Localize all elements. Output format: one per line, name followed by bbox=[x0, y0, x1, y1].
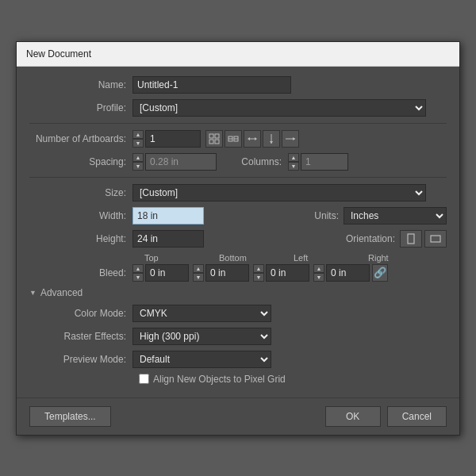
spacing-label: Spacing: bbox=[29, 156, 132, 167]
artboards-input[interactable] bbox=[145, 130, 201, 148]
bleed-top-up[interactable]: ▲ bbox=[132, 264, 144, 273]
svg-marker-14 bbox=[293, 137, 295, 140]
bleed-bottom-header: Bottom bbox=[219, 253, 290, 263]
bleed-headers-row: Top Bottom Left Right bbox=[29, 253, 447, 263]
bleed-right-up[interactable]: ▲ bbox=[313, 264, 324, 273]
spacing-down-btn[interactable]: ▼ bbox=[132, 162, 144, 171]
arrange-tool-btn[interactable] bbox=[244, 130, 261, 148]
profile-select[interactable]: [Custom] bbox=[132, 99, 426, 117]
bleed-left-up[interactable]: ▲ bbox=[253, 264, 264, 273]
bleed-left-header: Left bbox=[294, 253, 365, 263]
pixel-grid-checkbox[interactable] bbox=[139, 374, 149, 384]
size-select[interactable]: [Custom] bbox=[132, 184, 426, 202]
svg-marker-10 bbox=[248, 137, 250, 140]
bleed-bottom-up[interactable]: ▲ bbox=[193, 264, 204, 273]
svg-rect-2 bbox=[209, 140, 213, 144]
bleed-bottom-input[interactable] bbox=[205, 264, 249, 282]
height-input[interactable] bbox=[132, 230, 204, 248]
profile-row: Profile: [Custom] bbox=[29, 99, 447, 117]
pixel-grid-label[interactable]: Align New Objects to Pixel Grid bbox=[153, 374, 286, 385]
dialog-titlebar: New Document bbox=[17, 42, 459, 67]
columns-down-btn[interactable]: ▼ bbox=[288, 162, 299, 171]
artboards-spinner-btns: ▲ ▼ bbox=[132, 130, 144, 148]
svg-rect-15 bbox=[408, 234, 414, 244]
bleed-right-btns: ▲ ▼ bbox=[313, 264, 324, 282]
bleed-right-header: Right bbox=[368, 253, 432, 263]
grid-tool-btn[interactable] bbox=[205, 130, 223, 148]
spacing-spinner: ▲ ▼ bbox=[132, 153, 217, 171]
dialog-footer: Templates... OK Cancel bbox=[17, 397, 459, 435]
spacing-input[interactable] bbox=[145, 153, 217, 171]
svg-rect-0 bbox=[209, 134, 213, 138]
preview-label: Preview Mode: bbox=[45, 354, 132, 365]
advanced-toggle[interactable]: ▼ Advanced bbox=[29, 287, 447, 298]
bleed-label: Bleed: bbox=[29, 267, 132, 278]
color-mode-row: Color Mode: CMYK RGB bbox=[45, 305, 447, 322]
dialog-body: Name: Profile: [Custom] Number of Artboa… bbox=[17, 67, 459, 397]
height-orientation-row: Height: Orientation: bbox=[29, 230, 447, 248]
bleed-bottom-btns: ▲ ▼ bbox=[193, 264, 204, 282]
name-input[interactable] bbox=[132, 76, 291, 94]
bleed-bottom-down[interactable]: ▼ bbox=[193, 273, 204, 282]
advanced-label: Advanced bbox=[40, 287, 83, 298]
color-mode-select[interactable]: CMYK RGB bbox=[132, 305, 271, 322]
portrait-btn[interactable] bbox=[400, 230, 422, 248]
bleed-top-spinner: ▲ ▼ bbox=[132, 264, 189, 282]
name-label: Name: bbox=[29, 79, 132, 90]
spacing-up-btn[interactable]: ▲ bbox=[132, 153, 144, 162]
grid2-tool-btn[interactable] bbox=[225, 130, 242, 148]
ok-button[interactable]: OK bbox=[325, 406, 381, 427]
down-tool-btn[interactable] bbox=[263, 130, 280, 148]
svg-rect-16 bbox=[431, 236, 440, 242]
spacing-spinner-btns: ▲ ▼ bbox=[132, 153, 144, 171]
artboard-tools bbox=[205, 130, 299, 148]
bleed-right-down[interactable]: ▼ bbox=[313, 273, 324, 282]
raster-label: Raster Effects: bbox=[45, 331, 132, 342]
svg-marker-12 bbox=[270, 141, 273, 144]
svg-marker-9 bbox=[255, 137, 257, 140]
width-input[interactable] bbox=[132, 207, 204, 225]
templates-button[interactable]: Templates... bbox=[29, 406, 111, 427]
artboards-up-btn[interactable]: ▲ bbox=[132, 130, 144, 139]
bleed-top-down[interactable]: ▼ bbox=[132, 273, 144, 282]
height-label: Height: bbox=[29, 233, 132, 244]
artboards-spinner: ▲ ▼ bbox=[132, 130, 201, 148]
raster-select[interactable]: High (300 ppi) Screen (72 ppi) Medium (1… bbox=[132, 328, 271, 345]
bleed-left-spinner: ▲ ▼ bbox=[253, 264, 309, 282]
columns-spinner: ▲ ▼ bbox=[288, 153, 348, 171]
columns-spinner-btns: ▲ ▼ bbox=[288, 153, 299, 171]
columns-label: Columns: bbox=[240, 156, 288, 167]
bleed-bottom-spinner: ▲ ▼ bbox=[193, 264, 249, 282]
profile-label: Profile: bbox=[29, 102, 132, 113]
dialog-title: New Document bbox=[26, 48, 91, 60]
orientation-buttons bbox=[400, 230, 447, 248]
right-tool-btn[interactable] bbox=[282, 130, 299, 148]
bleed-left-btns: ▲ ▼ bbox=[253, 264, 264, 282]
artboards-row: Number of Artboards: ▲ ▼ bbox=[29, 130, 447, 148]
bleed-top-header: Top bbox=[144, 253, 216, 263]
cancel-button[interactable]: Cancel bbox=[387, 406, 447, 427]
width-label: Width: bbox=[29, 210, 132, 221]
bleed-inputs-row: Bleed: ▲ ▼ ▲ ▼ ▲ ▼ bbox=[29, 264, 447, 282]
new-document-dialog: New Document Name: Profile: [Custom] Num… bbox=[16, 41, 460, 436]
size-row: Size: [Custom] bbox=[29, 184, 447, 202]
bleed-top-input[interactable] bbox=[145, 264, 189, 282]
size-label: Size: bbox=[29, 187, 132, 198]
bleed-right-spinner: ▲ ▼ bbox=[313, 264, 370, 282]
orientation-label: Orientation: bbox=[346, 233, 400, 244]
bleed-left-input[interactable] bbox=[266, 264, 309, 282]
preview-select[interactable]: Default Pixel Overprint bbox=[132, 351, 271, 368]
columns-input[interactable] bbox=[301, 153, 348, 171]
bleed-left-down[interactable]: ▼ bbox=[253, 273, 264, 282]
link-bleed-btn[interactable]: 🔗 bbox=[372, 264, 388, 282]
units-select[interactable]: Inches Pixels Millimeters Centimeters Po… bbox=[344, 207, 447, 225]
preview-row: Preview Mode: Default Pixel Overprint bbox=[45, 351, 447, 368]
artboards-down-btn[interactable]: ▼ bbox=[132, 139, 144, 148]
name-row: Name: bbox=[29, 76, 447, 94]
width-spinner bbox=[132, 207, 204, 225]
bleed-right-input[interactable] bbox=[326, 264, 370, 282]
landscape-btn[interactable] bbox=[424, 230, 447, 248]
svg-rect-3 bbox=[215, 140, 219, 144]
bleed-top-btns: ▲ ▼ bbox=[132, 264, 144, 282]
columns-up-btn[interactable]: ▲ bbox=[288, 153, 299, 162]
